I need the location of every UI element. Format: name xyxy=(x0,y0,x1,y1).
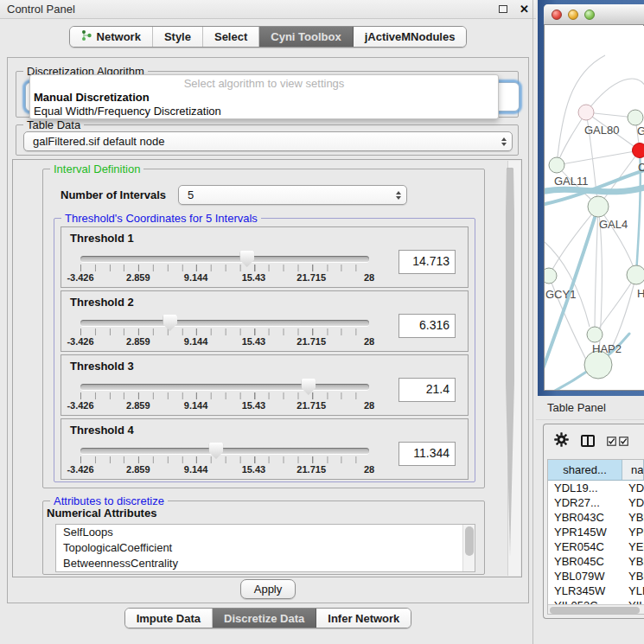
tick-label: -3.426 xyxy=(67,400,93,411)
number-of-intervals-row: Number of Intervals 5 xyxy=(61,185,407,205)
tick-label: 21.715 xyxy=(296,336,326,347)
checkbox-icon[interactable] xyxy=(607,437,616,446)
node-gal80[interactable] xyxy=(578,105,594,120)
table-row[interactable]: YBR045C YBR0 xyxy=(548,554,644,569)
table-header-row: shared... na xyxy=(548,460,644,481)
threshold-2-value-field[interactable]: 6.316 xyxy=(399,314,456,338)
node-hap2[interactable] xyxy=(587,327,603,342)
column-header-shared-name[interactable]: shared... xyxy=(548,460,622,480)
number-of-intervals-combobox[interactable]: 5 xyxy=(178,185,407,205)
cell-name[interactable]: YPR1 xyxy=(622,525,644,539)
list-scrollbar[interactable] xyxy=(462,525,475,572)
cell-shared-name[interactable]: YBR043C xyxy=(548,510,622,525)
table-data-combobox[interactable]: galFiltered.sif default node xyxy=(23,131,513,151)
tick-label: 2.859 xyxy=(126,464,150,475)
threshold-2-slider[interactable]: -3.426 2.859 9.144 15.43 21.715 28 xyxy=(80,320,369,348)
close-panel-icon[interactable]: ✕ xyxy=(520,3,529,15)
float-panel-icon[interactable] xyxy=(499,5,507,13)
cell-name[interactable]: YLR3 xyxy=(622,583,644,598)
cell-shared-name[interactable]: YPR145W xyxy=(548,525,622,539)
node-gcy1[interactable] xyxy=(545,268,557,284)
cell-name[interactable]: YDR2 xyxy=(622,495,644,510)
zoom-window-icon[interactable] xyxy=(584,10,595,20)
cell-name[interactable]: YER0 xyxy=(622,539,644,554)
threshold-4-value-field[interactable]: 11.344 xyxy=(399,442,456,466)
list-item[interactable]: BetweennessCentrality xyxy=(56,556,475,571)
attributes-group-title: Attributes to discretize xyxy=(50,494,168,507)
node-gal11[interactable] xyxy=(549,157,564,173)
tick-label: 2.859 xyxy=(126,400,150,411)
table-data-group: Table Data galFiltered.sif default node xyxy=(16,124,519,156)
slider-track[interactable] xyxy=(80,384,369,390)
slider-track[interactable] xyxy=(80,256,369,262)
cell-name[interactable]: YBR0 xyxy=(622,554,644,569)
tick-label: 21.715 xyxy=(296,272,326,283)
network-nodes[interactable] xyxy=(545,105,644,379)
cell-shared-name[interactable]: YBR045C xyxy=(548,554,622,569)
table-row[interactable]: YPR145W YPR1 xyxy=(548,525,644,539)
tab-infer-network[interactable]: Infer Network xyxy=(316,609,411,628)
cell-shared-name[interactable]: YER054C xyxy=(548,539,622,554)
column-header-name[interactable]: na xyxy=(622,460,644,480)
threshold-4-slider[interactable]: -3.426 2.859 9.144 15.43 21.715 28 xyxy=(80,448,369,475)
threshold-2-label: Threshold 2 xyxy=(70,296,134,309)
numerical-attributes-list[interactable]: SelfLoops TopologicalCoefficient Between… xyxy=(55,524,475,572)
close-window-icon[interactable] xyxy=(552,10,562,20)
dropdown-option-equal-width[interactable]: Equal Width/Frequency Discretization xyxy=(30,105,498,118)
apply-button[interactable]: Apply xyxy=(240,579,296,599)
threshold-3-value-field[interactable]: 21.4 xyxy=(399,378,456,402)
threshold-1-slider[interactable]: -3.426 2.859 9.144 15.43 21.715 28 xyxy=(80,256,369,284)
cell-shared-name[interactable]: YBL079W xyxy=(548,569,622,583)
node-h-partial[interactable] xyxy=(627,265,644,284)
right-region: GAL80 G. C GAL11 GAL4 GCY1 H HAP2 Table … xyxy=(536,0,644,644)
tick-label: -3.426 xyxy=(67,464,93,475)
gear-icon[interactable] xyxy=(554,432,569,450)
panel-scrollbar[interactable] xyxy=(507,161,520,576)
slider-ticks xyxy=(80,265,369,271)
network-canvas[interactable]: GAL80 G. C GAL11 GAL4 GCY1 H HAP2 xyxy=(545,26,644,390)
horizontal-scrollbar[interactable] xyxy=(548,604,644,614)
tab-impute-data[interactable]: Impute Data xyxy=(125,609,213,628)
cell-shared-name[interactable]: YDL19... xyxy=(548,481,622,495)
split-columns-icon[interactable] xyxy=(581,435,595,447)
control-panel-titlebar: Control Panel ✕ xyxy=(0,0,536,19)
table-row[interactable]: YBL079W YBL0 xyxy=(548,569,644,583)
cell-shared-name[interactable]: YLR345W xyxy=(548,583,622,598)
node-g-partial[interactable] xyxy=(628,110,643,125)
dropdown-option-manual[interactable]: Manual Discretization xyxy=(30,91,498,105)
node-selected-red[interactable] xyxy=(633,143,644,158)
table-row[interactable]: YDR27... YDR2 xyxy=(548,495,644,510)
cell-name[interactable]: YDL1 xyxy=(622,481,644,495)
network-window-titlebar[interactable] xyxy=(544,4,644,25)
cell-shared-name[interactable]: YDR27... xyxy=(548,495,622,510)
tick-label: 15.43 xyxy=(242,400,266,411)
tab-discretize-data[interactable]: Discretize Data xyxy=(213,609,316,628)
slider-track[interactable] xyxy=(80,448,369,454)
cell-name[interactable]: YBR0 xyxy=(622,510,644,525)
node-label: GAL80 xyxy=(584,124,619,137)
list-item[interactable]: TopologicalCoefficient xyxy=(56,540,475,556)
table-row[interactable]: YBR043C YBR0 xyxy=(548,510,644,525)
minimize-window-icon[interactable] xyxy=(568,10,578,20)
tick-label: 9.144 xyxy=(184,272,208,283)
threshold-3-slider[interactable]: -3.426 2.859 9.144 15.43 21.715 28 xyxy=(80,384,369,411)
table-row[interactable]: YLR345W YLR3 xyxy=(548,583,644,598)
tab-jactivemnodules[interactable]: jActiveMNodules xyxy=(354,27,467,47)
cell-name[interactable]: YBL0 xyxy=(622,569,644,583)
tick-label: 28 xyxy=(364,464,374,475)
tab-network[interactable]: Network xyxy=(70,27,153,47)
node-gal4[interactable] xyxy=(588,196,609,217)
slider-track[interactable] xyxy=(80,320,369,326)
combo-spinner-icon xyxy=(496,137,512,146)
tab-select[interactable]: Select xyxy=(203,27,259,47)
node-label: H xyxy=(637,287,644,300)
tab-style[interactable]: Style xyxy=(153,27,203,47)
slider-tick-labels: -3.426 2.859 9.144 15.43 21.715 28 xyxy=(80,464,369,475)
checkbox-icon[interactable] xyxy=(619,437,628,446)
panel-divider xyxy=(532,0,533,644)
table-row[interactable]: YER054C YER0 xyxy=(548,539,644,554)
threshold-1-value-field[interactable]: 14.713 xyxy=(399,250,456,274)
list-item[interactable]: SelfLoops xyxy=(56,525,475,540)
table-row[interactable]: YDL19... YDL1 xyxy=(548,481,644,495)
tab-cyni-toolbox[interactable]: Cyni Toolbox xyxy=(259,27,353,47)
